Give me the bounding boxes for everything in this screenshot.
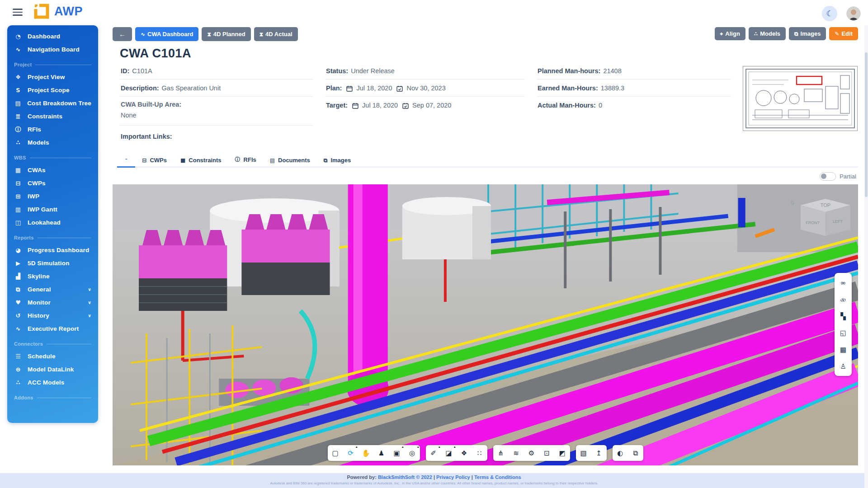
important-links-row: Important Links:: [120, 126, 313, 145]
elevation-button[interactable]: ↥: [591, 445, 607, 461]
explode-tool-button[interactable]: ❖: [457, 445, 472, 461]
measure-tool-button[interactable]: ✐: [426, 445, 441, 461]
sidebar-item-label: Executive Report: [28, 325, 79, 332]
sidebar-item-project-view[interactable]: ❖ Project View: [7, 70, 98, 84]
back-button[interactable]: ←: [113, 27, 132, 41]
sidebar-item-models[interactable]: ∴ Models: [7, 136, 98, 149]
align-button[interactable]: ⌖ Align: [715, 27, 745, 40]
sidebar-item-model-datalink[interactable]: ⊜ Model DataLink: [7, 363, 98, 376]
tab-cwps[interactable]: ⊟ CWPs: [135, 153, 174, 168]
orbit-tool-button[interactable]: ⟳: [343, 445, 359, 461]
file-icon: ▤: [270, 157, 275, 164]
sidebar-item-project-scope[interactable]: S Project Scope: [7, 84, 98, 97]
status-value: Under Release: [351, 67, 395, 75]
sidebar-item-cwas[interactable]: ▦ CWAs: [7, 164, 98, 177]
cwa-dashboard-button[interactable]: ∿ CWA Dashboard: [135, 27, 198, 41]
sidebar-item-history[interactable]: ↺ History ∨: [7, 309, 98, 322]
edit-button[interactable]: ✎ Edit: [829, 27, 858, 40]
pivot-tool-button[interactable]: ∷: [472, 445, 487, 461]
4d-actual-button[interactable]: ⧗ 4D Actual: [254, 27, 298, 41]
sidebar-item-dashboard[interactable]: ◔ Dashboard: [7, 30, 98, 43]
sidebar-item-navigation-board[interactable]: ∿ Navigation Board: [7, 43, 98, 56]
history-icon: ↺: [14, 312, 22, 319]
building-icon: ▦: [14, 167, 22, 174]
privacy-policy-link[interactable]: Privacy Policy: [436, 474, 470, 480]
render-image-button[interactable]: ⧉: [628, 445, 643, 461]
status-label: Status:: [326, 67, 348, 75]
dark-mode-toggle-button[interactable]: ☾: [822, 6, 837, 21]
section-tool-button[interactable]: ◪: [441, 445, 457, 461]
sidebar-item-cwps[interactable]: ⊟ CWPs: [7, 177, 98, 190]
terms-link[interactable]: Terms & Conditions: [474, 474, 521, 480]
model-viewer[interactable]: TOP FRONT LEFT ⌂ ▢ ⟳ ✋ ♟ ▣ ◎ ✐ ◪ ❖ ∷: [113, 184, 858, 465]
unlink-button[interactable]: ⧞: [835, 291, 852, 308]
sidebar-item-label: CWAs: [28, 167, 46, 174]
tab-constraints[interactable]: ■ Constraints: [174, 153, 228, 168]
scrollbar-track[interactable]: [864, 25, 868, 488]
marquee-select-tool-button[interactable]: ▢: [328, 445, 343, 461]
layers-button[interactable]: ≋: [509, 445, 524, 461]
sidebar-item-label: ACC Models: [28, 379, 65, 386]
bars-icon: ☰: [14, 353, 22, 360]
play-icon: ▶: [14, 260, 22, 267]
tab-documents[interactable]: ▤ Documents: [263, 153, 317, 168]
sidebar-item-executive-report[interactable]: ∿ Executive Report: [7, 322, 98, 335]
contrast-button[interactable]: ◩: [555, 445, 570, 461]
sidebar-item-5d-simulation[interactable]: ▶ 5D Simulation: [7, 257, 98, 270]
route-icon: ∿: [14, 325, 22, 332]
zoom-window-tool-button[interactable]: ◎: [405, 445, 420, 461]
viewer-toolbar-group-map: ▧ ↥: [576, 445, 607, 461]
model-tree-button[interactable]: ⋔: [493, 445, 509, 461]
brand-link[interactable]: BlackSmithSoft © 2022: [378, 474, 432, 480]
properties-button[interactable]: ⊡: [539, 445, 555, 461]
street-view-icon: ♙: [840, 362, 846, 371]
user-avatar[interactable]: [846, 6, 861, 21]
models-button[interactable]: ∴ Models: [749, 27, 786, 40]
sidebar-item-acc-models[interactable]: ∴ ACC Models: [7, 376, 98, 389]
walk-tool-button[interactable]: ♟: [374, 445, 389, 461]
scrollbar-thumb[interactable]: [865, 52, 868, 197]
section-label: Addons: [14, 395, 33, 400]
sidebar-item-general[interactable]: ⧉ General ∨: [7, 283, 98, 296]
drawing-thumbnail[interactable]: [743, 66, 858, 131]
button-label: Edit: [841, 30, 853, 37]
camera-tool-button[interactable]: ▣: [389, 445, 405, 461]
4d-planned-button[interactable]: ⧗ 4D Planned: [202, 27, 250, 41]
footer-separator: |: [434, 474, 435, 480]
palette-button[interactable]: ◐: [613, 445, 628, 461]
sidebar-item-label: 5D Simulation: [28, 260, 70, 267]
settings-button[interactable]: ⚙: [524, 445, 539, 461]
blocks-button[interactable]: ▚: [835, 308, 852, 324]
tab-rfis[interactable]: ⓘ RFIs: [228, 152, 263, 168]
sidebar-item-iwp-gantt[interactable]: ▥ IWP Gantt: [7, 203, 98, 216]
sidebar-item-iwp[interactable]: ⊞ IWP: [7, 190, 98, 203]
sidebar-item-skyline[interactable]: ▟ Skyline: [7, 270, 98, 283]
sidebar-item-rfis[interactable]: ⓘ RFIs: [7, 123, 98, 136]
images-icon: ⧉: [794, 31, 798, 37]
images-button[interactable]: ⧉ Images: [789, 27, 826, 40]
sidebar-item-monitor[interactable]: ♥ Monitor ∨: [7, 296, 98, 309]
sidebar-item-schedule[interactable]: ☰ Schedule: [7, 350, 98, 363]
hamburger-menu-button[interactable]: [13, 9, 23, 16]
tab-label: Documents: [278, 157, 310, 164]
home-icon[interactable]: ⌂: [791, 199, 794, 206]
details-column-1: ID: C101A Description: Gas Spearation Un…: [120, 62, 313, 145]
partial-toggle[interactable]: [820, 172, 836, 181]
map-button[interactable]: ▧: [576, 445, 591, 461]
pan-tool-button[interactable]: ✋: [359, 445, 374, 461]
frame-button[interactable]: ◱: [835, 324, 852, 341]
sidebar-item-constraints[interactable]: ≣ Constraints: [7, 110, 98, 123]
sidebar-item-label: IWP: [28, 193, 39, 200]
sidebar-section-connectors: Connectors: [7, 338, 98, 350]
link-button[interactable]: ∞: [835, 274, 852, 291]
tab-dash[interactable]: -: [117, 152, 135, 168]
sidebar-item-lookahead[interactable]: ◫ Lookahead: [7, 216, 98, 229]
street-view-button[interactable]: ♙: [835, 358, 852, 375]
sidebar-item-label: Model DataLink: [28, 366, 74, 373]
sidebar-item-progress-dashboard[interactable]: ◕ Progress Dashboard: [7, 244, 98, 257]
sidebar-item-cost-breakdown-tree[interactable]: ▤ Cost Breakdown Tree: [7, 97, 98, 110]
tab-images[interactable]: ⧉ Images: [317, 153, 358, 168]
align-icon: ⌖: [720, 31, 723, 37]
button-label: Images: [801, 30, 821, 37]
save-view-button[interactable]: ▦: [835, 341, 852, 358]
